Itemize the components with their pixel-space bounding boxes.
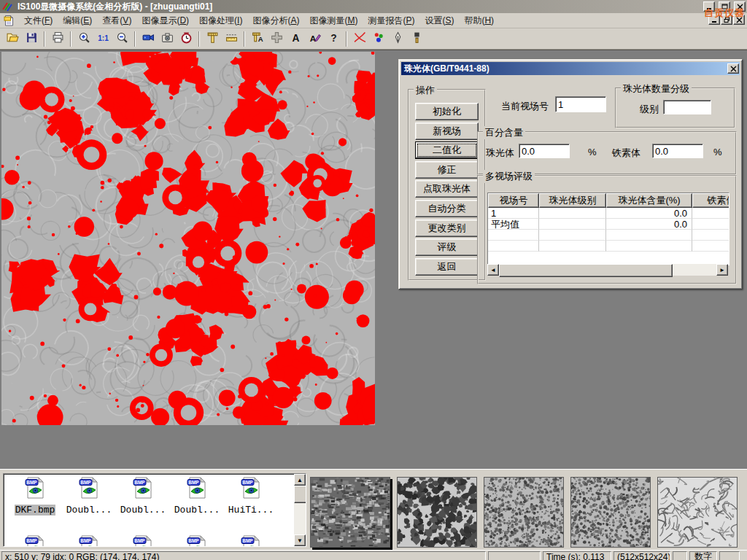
scrollbar-thumb[interactable] — [294, 486, 306, 503]
binarize-button[interactable]: 二值化 — [415, 141, 479, 159]
maximize-button[interactable] — [719, 1, 730, 12]
file-item[interactable]: BMPDKF.bmp — [9, 476, 61, 516]
menu-item-edit[interactable]: 编辑(E) — [58, 14, 97, 27]
scroll-down-button[interactable]: ▼ — [294, 534, 306, 546]
percent-group: 百分含量 珠光体 % 铁素体 % — [477, 131, 737, 175]
mdi-minimize-button[interactable] — [708, 15, 720, 25]
file-item[interactable]: BMP — [9, 534, 61, 547]
new-field-button[interactable]: 新视场 — [415, 122, 479, 140]
actual-size-button[interactable]: 1:1 — [93, 30, 112, 47]
scroll-right-button[interactable]: ► — [716, 264, 728, 276]
pen-icon — [392, 31, 404, 46]
table-row[interactable]: 10.0 — [488, 208, 729, 219]
ruler-icon — [225, 31, 238, 46]
scrollbar-thumb[interactable] — [499, 264, 673, 277]
file-item[interactable]: BMPDoubl... — [171, 476, 222, 516]
file-browser: ▲ ▼ BMPDKF.bmpBMPDoubl...BMPDoubl...BMPD… — [3, 473, 306, 547]
text-label-button[interactable]: A — [286, 30, 305, 47]
cursor-position-status: x: 510 y: 79 idx: 0 RGB: (174, 174, 174) — [1, 551, 486, 560]
menu-item-image-analysis[interactable]: 图像分析(A) — [247, 14, 304, 27]
table-row[interactable] — [488, 230, 729, 241]
ferrite-percent-input[interactable] — [652, 144, 703, 158]
pen-button[interactable] — [388, 30, 407, 47]
menu-item-image-measurement[interactable]: 图像测量(M) — [304, 14, 363, 27]
dialog-title-bar[interactable]: 珠光体(GB/T9441-88) — [401, 62, 740, 75]
status-empty-1 — [488, 551, 541, 560]
change-class-button[interactable]: 更改类别 — [415, 219, 479, 237]
timer-button[interactable] — [177, 30, 196, 47]
camera-button[interactable] — [158, 30, 177, 47]
return-button[interactable]: 返回 — [415, 258, 479, 276]
correct-button[interactable]: 修正 — [415, 161, 479, 179]
bmp-file-icon: BMP — [225, 534, 276, 547]
file-item[interactable]: BMPHuiTi... — [225, 476, 276, 516]
toolbar: 1:1AAA? — [0, 28, 747, 50]
pick-pearlite-button[interactable]: 点取珠光体 — [415, 180, 479, 198]
scroll-left-button[interactable]: ◄ — [487, 264, 499, 276]
window-title: IS100显微摄像系统(金相分析版) - [zhuguangti01] — [16, 1, 700, 13]
menu-item-settings[interactable]: 设置(S) — [419, 14, 459, 27]
thumbnail-4[interactable] — [570, 477, 651, 548]
menu-item-measurement-report[interactable]: 测量报告(P) — [363, 14, 419, 27]
auto-classify-button[interactable]: 自动分类 — [415, 200, 479, 217]
pearlite-percent-input[interactable] — [519, 144, 570, 158]
measure-text-button[interactable]: A — [248, 30, 267, 47]
table-row[interactable] — [488, 241, 729, 252]
file-item[interactable]: BMP — [63, 534, 115, 547]
file-item[interactable]: BMP — [171, 534, 222, 547]
menu-item-help[interactable]: 帮助(H) — [459, 14, 499, 27]
thumbnail-3[interactable] — [484, 477, 564, 548]
close-button[interactable] — [734, 1, 746, 12]
classify-dots-button[interactable] — [369, 30, 388, 47]
thumbnail-1[interactable] — [310, 477, 390, 548]
table-row[interactable]: 平均值0.0 — [488, 219, 729, 230]
table-cell — [692, 241, 729, 252]
microstructure-image[interactable] — [1, 52, 375, 425]
initialize-button[interactable]: 初始化 — [415, 103, 479, 120]
status-empty-3 — [719, 551, 740, 560]
crosshair-button[interactable] — [267, 30, 286, 47]
mdi-restore-button[interactable] — [721, 15, 732, 25]
zoom-in-button[interactable] — [74, 30, 93, 47]
brush-button[interactable] — [407, 30, 426, 47]
table-cell: 平均值 — [488, 219, 539, 230]
caliper-button[interactable] — [203, 30, 222, 47]
delete-curve-button[interactable] — [350, 30, 369, 47]
save-button[interactable] — [22, 30, 41, 47]
menu-item-view[interactable]: 查看(V) — [97, 14, 136, 27]
image-resolution-status: (512x512x24) — [614, 551, 670, 560]
thumbnail-5[interactable] — [657, 477, 738, 548]
file-item[interactable]: BMP — [117, 534, 169, 547]
menu-item-image-display[interactable]: 图像显示(D) — [136, 14, 194, 27]
minimize-button[interactable] — [703, 1, 715, 12]
annotate-button[interactable]: A — [305, 30, 324, 47]
thumbnail-2[interactable] — [397, 477, 477, 548]
file-browser-scrollbar[interactable]: ▲ ▼ — [294, 474, 306, 546]
menu-item-file[interactable]: 文件(F) — [19, 14, 58, 27]
dialog-close-button[interactable] — [727, 63, 739, 74]
grading-level-input[interactable] — [663, 100, 711, 114]
rate-button[interactable]: 评级 — [415, 238, 479, 256]
table-horizontal-scrollbar[interactable]: ◄ ► — [487, 264, 728, 276]
zoom-out-icon — [116, 31, 128, 46]
table-cell — [692, 208, 729, 219]
zoom-in-icon — [78, 31, 90, 46]
current-view-input[interactable] — [555, 96, 606, 112]
zoom-out-button[interactable] — [112, 30, 131, 47]
menu-item-image-processing[interactable]: 图像处理(I) — [194, 14, 247, 27]
video-camera-button[interactable] — [139, 30, 158, 47]
open-button[interactable] — [3, 30, 22, 47]
svg-text:BMP: BMP — [134, 480, 145, 485]
table-cell — [539, 208, 606, 219]
ruler-button[interactable] — [222, 30, 241, 47]
help-button[interactable]: ? — [324, 30, 343, 47]
annotate-icon: A — [309, 31, 321, 46]
scroll-up-button[interactable]: ▲ — [294, 474, 306, 486]
file-item[interactable]: BMPDoubl... — [117, 476, 169, 516]
print-button[interactable] — [48, 30, 67, 47]
file-item[interactable]: BMPDoubl... — [63, 476, 115, 516]
file-item[interactable]: BMP — [225, 534, 276, 547]
svg-text:BMP: BMP — [188, 538, 199, 543]
print-icon — [52, 31, 64, 46]
mdi-close-button[interactable] — [733, 15, 745, 25]
